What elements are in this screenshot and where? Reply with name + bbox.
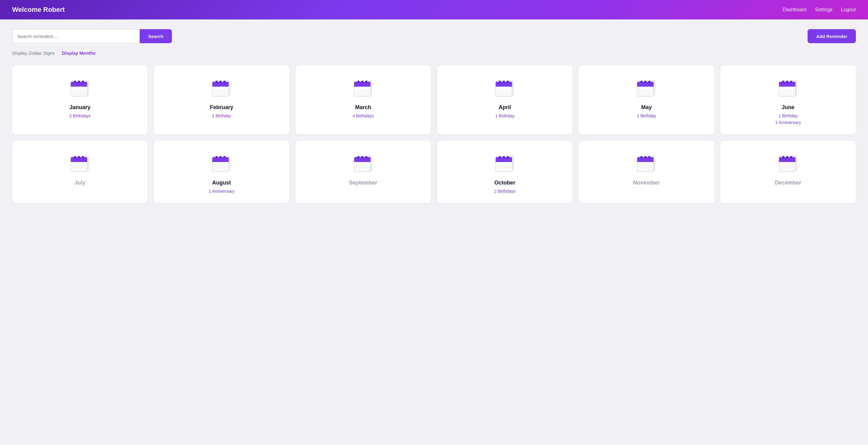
header-nav: Dashboard Settings Logout xyxy=(783,7,856,12)
month-name: July xyxy=(74,180,85,186)
svg-point-86 xyxy=(790,81,792,83)
main-content: Search Add Reminder Display Zodiac Signs… xyxy=(0,20,868,213)
svg-rect-83 xyxy=(779,84,796,87)
calendar-icon xyxy=(493,150,517,175)
month-card-august[interactable]: August 1 Anniversary xyxy=(154,141,289,203)
month-name: December xyxy=(775,180,801,186)
svg-point-116 xyxy=(216,156,218,158)
svg-point-164 xyxy=(641,156,643,158)
month-name: February xyxy=(210,104,233,111)
svg-point-21 xyxy=(220,81,222,83)
svg-point-22 xyxy=(223,81,226,83)
svg-point-180 xyxy=(782,156,784,158)
month-event: 4 Birthdays xyxy=(352,113,374,119)
month-card-february[interactable]: February 1 Birthday xyxy=(154,65,289,135)
calendar-icon xyxy=(493,75,517,99)
month-event: 2 Birthdays xyxy=(69,113,91,119)
svg-point-165 xyxy=(645,156,647,158)
svg-point-117 xyxy=(220,156,222,158)
svg-rect-131 xyxy=(354,159,371,162)
header: Welcome Robert Dashboard Settings Logout xyxy=(0,0,868,20)
svg-point-69 xyxy=(645,81,647,83)
svg-rect-19 xyxy=(212,84,229,87)
svg-point-166 xyxy=(648,156,651,158)
svg-point-133 xyxy=(361,156,363,158)
calendar-icon xyxy=(634,150,658,175)
svg-rect-179 xyxy=(779,159,796,162)
month-name: October xyxy=(494,180,516,186)
svg-point-53 xyxy=(503,81,505,83)
search-input[interactable] xyxy=(12,29,140,43)
search-button[interactable]: Search xyxy=(140,29,172,43)
calendar-icon xyxy=(209,75,234,99)
display-toggle: Display Zodiac Signs Display Months xyxy=(12,51,856,56)
svg-point-148 xyxy=(499,156,501,158)
month-card-may[interactable]: May 1 Birthday xyxy=(579,65,714,135)
svg-point-37 xyxy=(361,81,363,83)
svg-point-84 xyxy=(782,81,784,83)
calendar-icon xyxy=(776,150,800,175)
svg-point-149 xyxy=(503,156,505,158)
search-group: Search xyxy=(12,29,172,43)
display-zodiac-option[interactable]: Display Zodiac Signs xyxy=(12,51,55,56)
add-reminder-button[interactable]: Add Reminder xyxy=(808,29,856,43)
month-name: January xyxy=(69,104,91,111)
svg-point-6 xyxy=(82,81,84,83)
month-card-september[interactable]: September xyxy=(296,141,431,203)
nav-settings[interactable]: Settings xyxy=(815,7,833,12)
svg-rect-3 xyxy=(71,84,87,87)
month-event: 1 Birthday xyxy=(637,113,656,119)
month-card-april[interactable]: April 1 Birthday xyxy=(437,65,572,135)
calendar-icon xyxy=(209,150,234,175)
month-event: 1 Anniversary xyxy=(775,119,801,126)
svg-point-5 xyxy=(78,81,80,83)
svg-point-182 xyxy=(790,156,792,158)
month-name: November xyxy=(633,180,660,186)
month-card-october[interactable]: October 2 Birthdays xyxy=(437,141,572,203)
svg-rect-163 xyxy=(637,159,654,162)
svg-rect-51 xyxy=(496,84,512,87)
month-name: August xyxy=(212,180,231,186)
svg-point-85 xyxy=(786,81,788,83)
nav-logout[interactable]: Logout xyxy=(841,7,856,12)
months-grid: January 2 Birthdays February 1 Birthday xyxy=(12,65,856,203)
svg-rect-115 xyxy=(212,159,229,162)
svg-point-132 xyxy=(357,156,359,158)
calendar-icon xyxy=(351,75,375,99)
month-card-november[interactable]: November xyxy=(579,141,714,203)
svg-point-20 xyxy=(216,81,218,83)
svg-point-150 xyxy=(507,156,509,158)
svg-point-101 xyxy=(78,156,80,158)
nav-dashboard[interactable]: Dashboard xyxy=(783,7,806,12)
svg-point-102 xyxy=(82,156,84,158)
month-event: 1 Birthday xyxy=(778,113,798,119)
svg-rect-67 xyxy=(637,84,654,87)
month-name: June xyxy=(782,104,795,111)
calendar-icon xyxy=(634,75,658,99)
svg-rect-99 xyxy=(71,159,87,162)
svg-point-38 xyxy=(365,81,367,83)
month-card-march[interactable]: March 4 Birthdays xyxy=(296,65,431,135)
month-card-december[interactable]: December xyxy=(720,141,856,203)
svg-point-4 xyxy=(74,81,76,83)
month-card-june[interactable]: June 1 Birthday1 Anniversary xyxy=(720,65,856,135)
month-name: March xyxy=(355,104,371,111)
calendar-icon xyxy=(68,150,92,175)
calendar-icon xyxy=(776,75,800,99)
month-card-july[interactable]: July xyxy=(12,141,148,203)
svg-rect-35 xyxy=(354,84,371,87)
welcome-title: Welcome Robert xyxy=(12,6,65,14)
search-row: Search Add Reminder xyxy=(12,29,856,43)
svg-point-181 xyxy=(786,156,788,158)
svg-point-100 xyxy=(74,156,76,158)
month-card-january[interactable]: January 2 Birthdays xyxy=(12,65,148,135)
month-event: 1 Birthday xyxy=(212,113,231,119)
svg-point-54 xyxy=(507,81,509,83)
svg-point-68 xyxy=(641,81,643,83)
svg-point-36 xyxy=(357,81,359,83)
svg-point-134 xyxy=(365,156,367,158)
month-event: 1 Birthday xyxy=(495,113,515,119)
display-months-option[interactable]: Display Months xyxy=(62,51,96,56)
svg-point-52 xyxy=(499,81,501,83)
month-event: 1 Anniversary xyxy=(209,188,235,195)
